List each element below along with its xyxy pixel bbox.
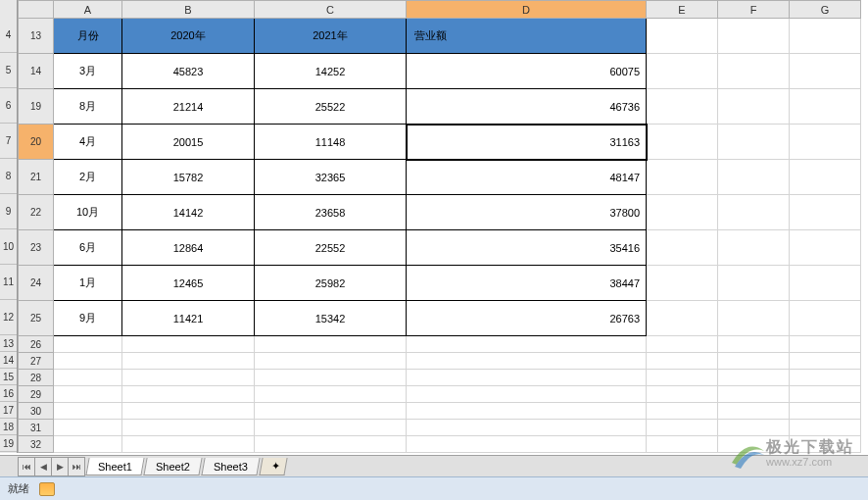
- select-all-corner[interactable]: [19, 1, 54, 19]
- macro-record-icon[interactable]: [39, 482, 55, 496]
- cell[interactable]: [647, 370, 718, 386]
- cell[interactable]: [790, 19, 861, 54]
- cell[interactable]: [407, 353, 647, 370]
- cell-y2021[interactable]: 22552: [255, 230, 407, 266]
- outline-row[interactable]: 17: [0, 402, 17, 419]
- cell[interactable]: [54, 436, 122, 453]
- row-header[interactable]: 32: [19, 436, 54, 453]
- cell[interactable]: [122, 403, 255, 420]
- cell-total[interactable]: 46736: [407, 89, 647, 125]
- cell[interactable]: [718, 266, 790, 301]
- cell[interactable]: [647, 266, 718, 301]
- cell-y2020[interactable]: 20015: [122, 125, 255, 160]
- cell[interactable]: [718, 301, 790, 336]
- row-header[interactable]: 27: [19, 353, 54, 370]
- cell[interactable]: [122, 420, 255, 436]
- cell[interactable]: [122, 386, 255, 403]
- tab-nav-last[interactable]: ⏭: [68, 457, 85, 476]
- row-header[interactable]: 23: [19, 230, 54, 266]
- cell[interactable]: [407, 403, 647, 420]
- cell-y2021[interactable]: 15342: [255, 301, 407, 336]
- cell[interactable]: [407, 370, 647, 386]
- cell[interactable]: [718, 54, 790, 89]
- cell[interactable]: [718, 403, 790, 420]
- cell[interactable]: [647, 160, 718, 195]
- cell[interactable]: [647, 19, 718, 54]
- cell[interactable]: [255, 420, 407, 436]
- cell-month[interactable]: 8月: [54, 89, 122, 125]
- cell-total[interactable]: 37800: [407, 195, 647, 230]
- col-header-D[interactable]: D: [407, 1, 647, 19]
- cell-y2020[interactable]: 21214: [122, 89, 255, 125]
- tab-nav-next[interactable]: ▶: [51, 457, 69, 476]
- cell-total[interactable]: 38447: [407, 266, 647, 301]
- cell-y2020[interactable]: 15782: [122, 160, 255, 195]
- row-header[interactable]: 19: [19, 89, 54, 125]
- cell-y2020[interactable]: 45823: [122, 54, 255, 89]
- outline-row[interactable]: 6: [0, 88, 17, 124]
- cell[interactable]: [647, 386, 718, 403]
- cell[interactable]: [255, 436, 407, 453]
- table-header-y2021[interactable]: 2021年: [255, 19, 407, 54]
- outline-row[interactable]: 12: [0, 300, 17, 335]
- cell-total[interactable]: 35416: [407, 230, 647, 266]
- cell[interactable]: [647, 195, 718, 230]
- outline-row[interactable]: 13: [0, 335, 17, 352]
- col-header-E[interactable]: E: [647, 1, 718, 19]
- cell-y2021[interactable]: 11148: [255, 125, 407, 160]
- cell[interactable]: [54, 420, 122, 436]
- cell-y2021[interactable]: 32365: [255, 160, 407, 195]
- tab-nav-prev[interactable]: ◀: [34, 457, 52, 476]
- col-header-B[interactable]: B: [122, 1, 255, 19]
- cell[interactable]: [718, 125, 790, 160]
- table-header-y2020[interactable]: 2020年: [122, 19, 255, 54]
- cell[interactable]: [790, 370, 861, 386]
- row-header[interactable]: 26: [19, 336, 54, 353]
- cell[interactable]: [718, 353, 790, 370]
- cell[interactable]: [255, 386, 407, 403]
- outline-row[interactable]: 14: [0, 352, 17, 369]
- cell[interactable]: [54, 386, 122, 403]
- cell[interactable]: [647, 301, 718, 336]
- table-header-month[interactable]: 月份: [54, 19, 122, 54]
- row-header[interactable]: 28: [19, 370, 54, 386]
- outline-row-gutter[interactable]: 4 5 6 7 8 9 10 11 12 13 14 15 16 17 18 1…: [0, 0, 18, 453]
- outline-row[interactable]: 4: [0, 18, 17, 53]
- row-header[interactable]: 21: [19, 160, 54, 195]
- cell[interactable]: [790, 125, 861, 160]
- row-header[interactable]: 30: [19, 403, 54, 420]
- col-header-F[interactable]: F: [718, 1, 790, 19]
- outline-row[interactable]: 8: [0, 159, 17, 194]
- cell[interactable]: [790, 195, 861, 230]
- cell[interactable]: [790, 230, 861, 266]
- row-header[interactable]: 14: [19, 54, 54, 89]
- cell[interactable]: [790, 353, 861, 370]
- cell[interactable]: [790, 403, 861, 420]
- row-header[interactable]: 24: [19, 266, 54, 301]
- new-sheet-button[interactable]: ✦: [259, 458, 287, 475]
- cell[interactable]: [790, 301, 861, 336]
- cell-y2020[interactable]: 12465: [122, 266, 255, 301]
- sheet-tab[interactable]: Sheet1: [85, 458, 144, 475]
- cell[interactable]: [790, 336, 861, 353]
- cell[interactable]: [255, 336, 407, 353]
- row-header[interactable]: 25: [19, 301, 54, 336]
- cell[interactable]: [790, 386, 861, 403]
- cell-y2021[interactable]: 14252: [255, 54, 407, 89]
- cell-month[interactable]: 10月: [54, 195, 122, 230]
- row-header[interactable]: 29: [19, 386, 54, 403]
- cell-month[interactable]: 4月: [54, 125, 122, 160]
- cell-y2020[interactable]: 14142: [122, 195, 255, 230]
- outline-row[interactable]: 18: [0, 419, 17, 435]
- cell[interactable]: [790, 54, 861, 89]
- sheet-tab[interactable]: Sheet3: [201, 458, 260, 475]
- cell-month[interactable]: 2月: [54, 160, 122, 195]
- cell[interactable]: [718, 336, 790, 353]
- table-header-total[interactable]: 营业额: [407, 19, 647, 54]
- cell[interactable]: [122, 353, 255, 370]
- outline-row[interactable]: 11: [0, 265, 17, 300]
- col-header-G[interactable]: G: [790, 1, 861, 19]
- cell[interactable]: [790, 266, 861, 301]
- cell[interactable]: [718, 89, 790, 125]
- cell-month[interactable]: 9月: [54, 301, 122, 336]
